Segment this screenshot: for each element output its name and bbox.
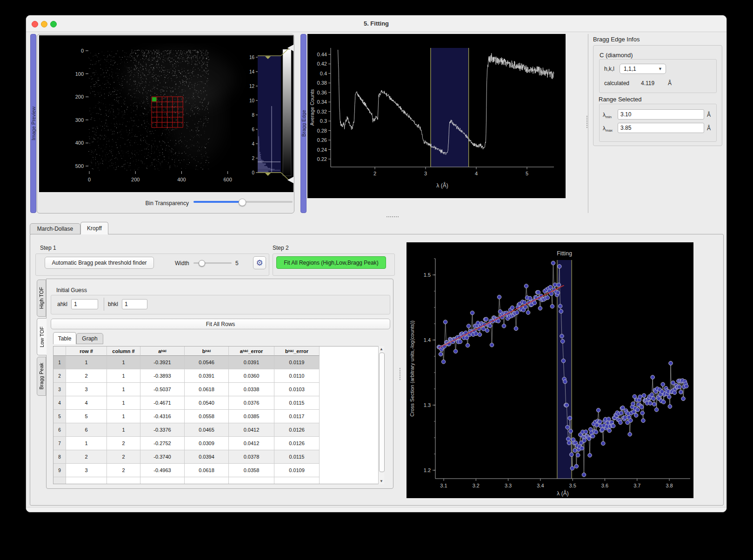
- table-cell[interactable]: 0.0309: [185, 437, 229, 450]
- row-gutter[interactable]: 2: [53, 369, 66, 383]
- table-cell[interactable]: 2: [107, 437, 140, 450]
- row-gutter[interactable]: [53, 347, 66, 356]
- table-cell[interactable]: 0.0103: [274, 383, 320, 396]
- table-cell[interactable]: 0.0110: [274, 369, 320, 383]
- table-scrollbar[interactable]: ▲ ▼: [378, 346, 384, 484]
- table-cell[interactable]: [107, 477, 140, 484]
- table-cell[interactable]: 0.0115: [274, 450, 320, 464]
- table-cell[interactable]: -0.4963: [140, 464, 185, 477]
- table-cell[interactable]: bhkl: [185, 347, 229, 356]
- table-cell[interactable]: 1: [107, 410, 140, 423]
- table-row[interactable]: [53, 477, 384, 484]
- table-cell[interactable]: [229, 477, 274, 484]
- row-gutter[interactable]: 1: [53, 356, 66, 369]
- table-cell[interactable]: 0.0412: [229, 437, 274, 450]
- table-cell[interactable]: 0.0618: [185, 464, 229, 477]
- row-gutter[interactable]: 7: [53, 437, 66, 450]
- lambda-min-input[interactable]: 3.10: [618, 109, 704, 120]
- table-cell[interactable]: -0.4316: [140, 410, 185, 423]
- splitter-handle[interactable]: [386, 216, 399, 217]
- table-cell[interactable]: 2: [107, 464, 140, 477]
- table-cell[interactable]: 0.0117: [274, 410, 320, 423]
- table-cell[interactable]: 1: [107, 369, 140, 383]
- table-cell[interactable]: column #: [107, 347, 140, 356]
- ahkl-input[interactable]: 1: [71, 299, 98, 309]
- table-cell[interactable]: 0.0391: [229, 356, 274, 369]
- table-cell[interactable]: 3: [66, 464, 107, 477]
- table-cell[interactable]: 1: [66, 437, 107, 450]
- width-slider[interactable]: [193, 260, 232, 266]
- table-cell[interactable]: 3: [66, 383, 107, 396]
- table-cell[interactable]: 1: [66, 356, 107, 369]
- fit-all-rows-button[interactable]: Fit All Rows: [51, 319, 390, 329]
- row-gutter[interactable]: 8: [53, 450, 66, 464]
- table-cell[interactable]: 0.0115: [274, 396, 320, 410]
- table-cell[interactable]: -0.2752: [140, 437, 185, 450]
- tab-graph[interactable]: Graph: [76, 333, 103, 344]
- row-gutter[interactable]: [53, 477, 66, 484]
- table-cell[interactable]: 2: [66, 369, 107, 383]
- table-cell[interactable]: 0.0338: [229, 383, 274, 396]
- table-row[interactable]: 441-0.46710.05400.03760.0115: [53, 396, 384, 410]
- table-cell[interactable]: 0.0465: [185, 423, 229, 437]
- tab-kropff[interactable]: Kropff: [80, 222, 108, 234]
- table-row[interactable]: 822-0.37400.03940.03780.0115: [53, 450, 384, 464]
- table-cell[interactable]: 6: [66, 423, 107, 437]
- row-gutter[interactable]: 9: [53, 464, 66, 477]
- splitter-handle[interactable]: [400, 368, 400, 380]
- table-cell[interactable]: 0.0546: [185, 356, 229, 369]
- table-cell[interactable]: 1: [107, 383, 140, 396]
- tab-bragg-edge[interactable]: Bragg Edge: [300, 34, 307, 213]
- table-cell[interactable]: 1: [107, 423, 140, 437]
- table-cell[interactable]: 0.0391: [185, 369, 229, 383]
- table-cell[interactable]: -0.4671: [140, 396, 185, 410]
- table-cell[interactable]: -0.3740: [140, 450, 185, 464]
- table-cell[interactable]: 1: [107, 356, 140, 369]
- table-cell[interactable]: -0.3893: [140, 369, 185, 383]
- table-cell[interactable]: 5: [66, 410, 107, 423]
- table-cell[interactable]: 0.0119: [274, 356, 320, 369]
- row-gutter[interactable]: 4: [53, 396, 66, 410]
- threshold-finder-button[interactable]: Automatic Bragg peak threshold finder: [45, 257, 154, 269]
- table-header-row[interactable]: row #column #ahklbhklahkl_errorbhkl_erro…: [53, 347, 384, 356]
- table-cell[interactable]: bhkl_error: [274, 347, 320, 356]
- fitting-plot-canvas[interactable]: Fitting1.21.31.41.53.13.23.33.43.53.63.7…: [406, 242, 693, 498]
- row-gutter[interactable]: 3: [53, 383, 66, 396]
- table-cell[interactable]: 0.0412: [229, 423, 274, 437]
- table-cell[interactable]: 0.0109: [274, 464, 320, 477]
- table-cell[interactable]: ahkl: [140, 347, 185, 356]
- scrollbar-thumb[interactable]: [379, 353, 385, 472]
- tab-table[interactable]: Table: [53, 332, 76, 344]
- table-cell[interactable]: [140, 477, 185, 484]
- tab-bragg-peak[interactable]: Bragg Peak: [37, 357, 46, 396]
- slider-knob[interactable]: [239, 199, 246, 206]
- tab-march-dollase[interactable]: March-Dollase: [30, 223, 80, 234]
- table-cell[interactable]: 0.0126: [274, 423, 320, 437]
- table-cell[interactable]: 0.0558: [185, 410, 229, 423]
- tab-low-tof[interactable]: Low TOF: [37, 318, 47, 355]
- table-cell[interactable]: 0.0378: [229, 450, 274, 464]
- table-cell[interactable]: 4: [66, 396, 107, 410]
- fit-all-regions-button[interactable]: Fit All Regions (High,Low,Bragg Peak): [276, 256, 386, 269]
- table-cell[interactable]: ahkl_error: [229, 347, 274, 356]
- table-row[interactable]: 712-0.27520.03090.04120.0126: [53, 437, 384, 450]
- table-cell[interactable]: 1: [107, 396, 140, 410]
- table-row[interactable]: 551-0.43160.05580.03850.0117: [53, 410, 384, 423]
- bhkl-input[interactable]: 1: [122, 299, 147, 309]
- lambda-max-input[interactable]: 3.85: [618, 123, 704, 133]
- table-row[interactable]: 221-0.38930.03910.03600.0110: [53, 369, 384, 383]
- table-row[interactable]: 932-0.49630.06180.03580.0109: [53, 464, 384, 477]
- table-cell[interactable]: [274, 477, 320, 484]
- slider-knob[interactable]: [199, 260, 205, 267]
- table-cell[interactable]: 0.0358: [229, 464, 274, 477]
- image-preview-canvas[interactable]: 010020030040050002004006000246810121416: [39, 35, 293, 192]
- scroll-down-icon[interactable]: ▼: [379, 478, 384, 484]
- bin-transparency-slider[interactable]: [193, 199, 293, 205]
- table-cell[interactable]: row #: [66, 347, 107, 356]
- bragg-edge-canvas[interactable]: 0.440.420.40.380.360.340.320.30.280.260.…: [307, 34, 566, 198]
- table-row[interactable]: 111-0.39210.05460.03910.0119: [53, 356, 384, 369]
- table-cell[interactable]: 0.0385: [229, 410, 274, 423]
- table-row[interactable]: 331-0.50370.06180.03380.0103: [53, 383, 384, 396]
- splitter-handle[interactable]: [586, 116, 587, 128]
- table-cell[interactable]: 0.0360: [229, 369, 274, 383]
